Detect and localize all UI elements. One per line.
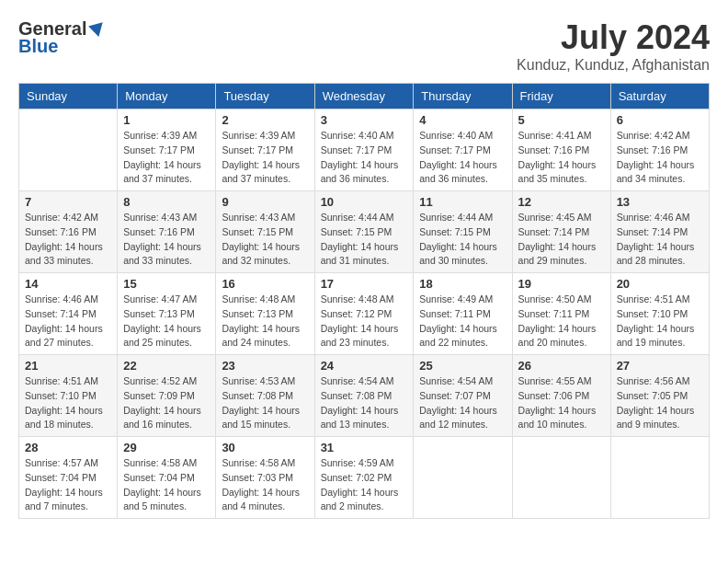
day-number: 17 <box>321 277 408 291</box>
calendar-cell: 11Sunrise: 4:44 AMSunset: 7:15 PMDayligh… <box>414 191 512 273</box>
weekday-header-wednesday: Wednesday <box>314 84 414 109</box>
day-number: 19 <box>518 277 605 291</box>
day-info: Sunrise: 4:39 AMSunset: 7:17 PMDaylight:… <box>123 129 210 187</box>
day-info: Sunrise: 4:42 AMSunset: 7:16 PMDaylight:… <box>25 211 111 269</box>
day-info: Sunrise: 4:48 AMSunset: 7:12 PMDaylight:… <box>321 293 408 350</box>
day-info: Sunrise: 4:51 AMSunset: 7:10 PMDaylight:… <box>617 293 703 350</box>
day-number: 26 <box>518 359 605 373</box>
calendar-cell: 15Sunrise: 4:47 AMSunset: 7:13 PMDayligh… <box>118 273 216 355</box>
calendar-cell: 6Sunrise: 4:42 AMSunset: 7:16 PMDaylight… <box>610 109 709 191</box>
day-info: Sunrise: 4:43 AMSunset: 7:15 PMDaylight:… <box>222 211 308 269</box>
calendar-cell: 25Sunrise: 4:54 AMSunset: 7:07 PMDayligh… <box>414 355 512 437</box>
day-info: Sunrise: 4:46 AMSunset: 7:14 PMDaylight:… <box>25 293 111 350</box>
day-info: Sunrise: 4:39 AMSunset: 7:17 PMDaylight:… <box>222 129 308 187</box>
day-info: Sunrise: 4:59 AMSunset: 7:02 PMDaylight:… <box>321 456 408 514</box>
calendar-cell: 5Sunrise: 4:41 AMSunset: 7:16 PMDaylight… <box>512 109 610 191</box>
calendar-cell: 17Sunrise: 4:48 AMSunset: 7:12 PMDayligh… <box>314 273 414 355</box>
day-info: Sunrise: 4:46 AMSunset: 7:14 PMDaylight:… <box>617 211 703 269</box>
day-info: Sunrise: 4:50 AMSunset: 7:11 PMDaylight:… <box>518 293 605 350</box>
day-number: 6 <box>617 113 703 127</box>
calendar-cell: 23Sunrise: 4:53 AMSunset: 7:08 PMDayligh… <box>216 355 314 437</box>
calendar-cell: 26Sunrise: 4:55 AMSunset: 7:06 PMDayligh… <box>512 355 610 437</box>
calendar-table: SundayMondayTuesdayWednesdayThursdayFrid… <box>18 83 710 519</box>
calendar-cell: 24Sunrise: 4:54 AMSunset: 7:08 PMDayligh… <box>314 355 414 437</box>
calendar-cell: 13Sunrise: 4:46 AMSunset: 7:14 PMDayligh… <box>610 191 709 273</box>
calendar-cell: 2Sunrise: 4:39 AMSunset: 7:17 PMDaylight… <box>216 109 314 191</box>
calendar-week-row: 1Sunrise: 4:39 AMSunset: 7:17 PMDaylight… <box>19 109 710 191</box>
calendar-cell <box>512 437 610 519</box>
day-number: 30 <box>222 441 308 454</box>
day-number: 14 <box>25 277 111 291</box>
weekday-header-thursday: Thursday <box>414 84 512 109</box>
calendar-cell: 14Sunrise: 4:46 AMSunset: 7:14 PMDayligh… <box>19 273 118 355</box>
day-number: 16 <box>222 277 308 291</box>
calendar-cell: 30Sunrise: 4:58 AMSunset: 7:03 PMDayligh… <box>216 437 314 519</box>
calendar-cell: 20Sunrise: 4:51 AMSunset: 7:10 PMDayligh… <box>610 273 709 355</box>
calendar-cell: 22Sunrise: 4:52 AMSunset: 7:09 PMDayligh… <box>118 355 216 437</box>
calendar-cell: 8Sunrise: 4:43 AMSunset: 7:16 PMDaylight… <box>118 191 216 273</box>
day-info: Sunrise: 4:44 AMSunset: 7:15 PMDaylight:… <box>321 211 408 269</box>
calendar-cell: 4Sunrise: 4:40 AMSunset: 7:17 PMDaylight… <box>414 109 512 191</box>
calendar-cell: 16Sunrise: 4:48 AMSunset: 7:13 PMDayligh… <box>216 273 314 355</box>
day-info: Sunrise: 4:41 AMSunset: 7:16 PMDaylight:… <box>518 129 605 187</box>
day-info: Sunrise: 4:43 AMSunset: 7:16 PMDaylight:… <box>123 211 210 269</box>
calendar-cell: 10Sunrise: 4:44 AMSunset: 7:15 PMDayligh… <box>314 191 414 273</box>
calendar-cell: 12Sunrise: 4:45 AMSunset: 7:14 PMDayligh… <box>512 191 610 273</box>
day-number: 10 <box>321 195 408 209</box>
page-header: General Blue July 2024 Kunduz, Kunduz, A… <box>18 18 710 74</box>
calendar-cell: 31Sunrise: 4:59 AMSunset: 7:02 PMDayligh… <box>314 437 414 519</box>
logo: General Blue <box>18 18 107 57</box>
calendar-cell <box>19 109 118 191</box>
logo-blue-text: Blue <box>18 36 58 57</box>
calendar-cell: 19Sunrise: 4:50 AMSunset: 7:11 PMDayligh… <box>512 273 610 355</box>
weekday-header-monday: Monday <box>118 84 216 109</box>
weekday-header-friday: Friday <box>512 84 610 109</box>
day-number: 4 <box>419 113 506 127</box>
day-number: 2 <box>222 113 308 127</box>
day-number: 18 <box>419 277 506 291</box>
calendar-cell: 21Sunrise: 4:51 AMSunset: 7:10 PMDayligh… <box>19 355 118 437</box>
weekday-header-sunday: Sunday <box>19 84 118 109</box>
logo-icon <box>88 18 107 37</box>
location: Kunduz, Kunduz, Afghanistan <box>517 57 710 74</box>
day-info: Sunrise: 4:47 AMSunset: 7:13 PMDaylight:… <box>123 293 210 350</box>
calendar-cell: 9Sunrise: 4:43 AMSunset: 7:15 PMDaylight… <box>216 191 314 273</box>
calendar-cell: 7Sunrise: 4:42 AMSunset: 7:16 PMDaylight… <box>19 191 118 273</box>
title-block: July 2024 Kunduz, Kunduz, Afghanistan <box>517 18 710 74</box>
day-number: 21 <box>25 359 111 373</box>
day-info: Sunrise: 4:40 AMSunset: 7:17 PMDaylight:… <box>419 129 506 187</box>
calendar-cell <box>610 437 709 519</box>
day-info: Sunrise: 4:57 AMSunset: 7:04 PMDaylight:… <box>25 456 111 514</box>
day-info: Sunrise: 4:58 AMSunset: 7:03 PMDaylight:… <box>222 456 308 514</box>
day-number: 15 <box>123 277 210 291</box>
day-number: 3 <box>321 113 408 127</box>
weekday-header-tuesday: Tuesday <box>216 84 314 109</box>
day-info: Sunrise: 4:54 AMSunset: 7:07 PMDaylight:… <box>419 374 506 432</box>
calendar-cell: 3Sunrise: 4:40 AMSunset: 7:17 PMDaylight… <box>314 109 414 191</box>
day-info: Sunrise: 4:51 AMSunset: 7:10 PMDaylight:… <box>25 374 111 432</box>
day-number: 9 <box>222 195 308 209</box>
day-number: 20 <box>617 277 703 291</box>
day-info: Sunrise: 4:53 AMSunset: 7:08 PMDaylight:… <box>222 374 308 432</box>
day-info: Sunrise: 4:45 AMSunset: 7:14 PMDaylight:… <box>518 211 605 269</box>
day-info: Sunrise: 4:49 AMSunset: 7:11 PMDaylight:… <box>419 293 506 350</box>
calendar-week-row: 28Sunrise: 4:57 AMSunset: 7:04 PMDayligh… <box>19 437 710 519</box>
day-number: 1 <box>123 113 210 127</box>
svg-marker-0 <box>89 18 108 37</box>
day-number: 22 <box>123 359 210 373</box>
calendar-cell: 1Sunrise: 4:39 AMSunset: 7:17 PMDaylight… <box>118 109 216 191</box>
day-number: 23 <box>222 359 308 373</box>
day-number: 13 <box>617 195 703 209</box>
month-year: July 2024 <box>517 18 710 57</box>
day-number: 28 <box>25 441 111 454</box>
day-info: Sunrise: 4:40 AMSunset: 7:17 PMDaylight:… <box>321 129 408 187</box>
day-number: 12 <box>518 195 605 209</box>
day-info: Sunrise: 4:55 AMSunset: 7:06 PMDaylight:… <box>518 374 605 432</box>
weekday-header-saturday: Saturday <box>610 84 709 109</box>
day-info: Sunrise: 4:44 AMSunset: 7:15 PMDaylight:… <box>419 211 506 269</box>
day-number: 5 <box>518 113 605 127</box>
day-info: Sunrise: 4:58 AMSunset: 7:04 PMDaylight:… <box>123 456 210 514</box>
calendar-cell: 27Sunrise: 4:56 AMSunset: 7:05 PMDayligh… <box>610 355 709 437</box>
day-info: Sunrise: 4:54 AMSunset: 7:08 PMDaylight:… <box>321 374 408 432</box>
day-number: 8 <box>123 195 210 209</box>
